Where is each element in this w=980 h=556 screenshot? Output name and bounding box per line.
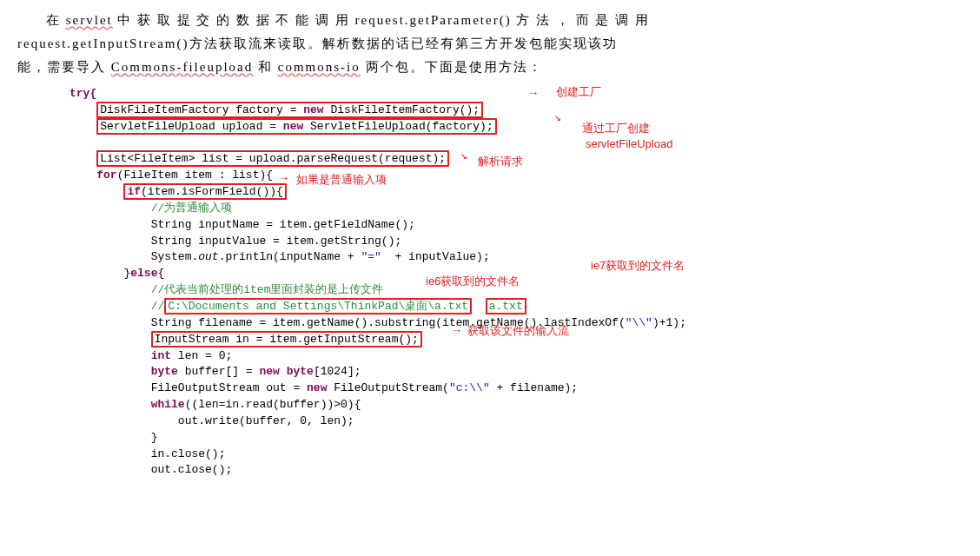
code-line: InputStream in = item.getInputStream(); (70, 332, 963, 348)
text: 能，需要导入 (17, 60, 111, 74)
code-line: FileOutputStream out = new FileOutputStr… (70, 381, 963, 397)
code-block: 创建工厂 → 通过工厂创建 servletFileUpload ↘ 解析请求 ↘… (70, 86, 963, 479)
code-line: while((len=in.read(buffer))>0){ (70, 397, 963, 414)
code-line: List<FileItem> list = upload.parseReques… (70, 151, 963, 168)
code-line: //为普通输入项 (70, 201, 963, 217)
code-line (70, 136, 963, 152)
code-line: DiskFileItemFactory factory = new DiskFi… (70, 103, 963, 119)
code-line: out.write(buffer, 0, len); (70, 414, 963, 430)
code-line: }else{ (70, 266, 963, 282)
keyword-if: if (127, 185, 141, 198)
code-line: } (70, 430, 963, 447)
text: request.getInputStream()方法获取流来读取。解析数据的话已… (17, 36, 618, 50)
code-line: String inputValue = item.getString(); (70, 234, 963, 250)
code-line: String filename = item.getName().substri… (70, 315, 963, 332)
highlighted-code: DiskFileItemFactory factory = new DiskFi… (100, 103, 480, 116)
code-line: byte buffer[] = new byte[1024]; (70, 364, 963, 381)
code-line: try{ (70, 86, 963, 103)
text: 在 (46, 13, 66, 27)
code-line: in.close(); (70, 447, 963, 463)
description-line2: request.getInputStream()方法获取流来读取。解析数据的话已… (17, 32, 963, 56)
code-line: out.close(); (70, 462, 963, 479)
code-line: //代表当前处理的item里面封装的是上传文件 (70, 282, 963, 299)
code-line: if(item.isFormField()){ (70, 184, 963, 201)
highlighted-path: C:\Documents and Settings\ThinkPad\桌面\a.… (164, 298, 472, 314)
description-line3: 能，需要导入 Commons-fileupload 和 commons-io 两… (17, 56, 963, 79)
text: 中 获 取 提 交 的 数 据 不 能 调 用 request.getParam… (113, 13, 650, 27)
term-servlet: servlet (66, 13, 113, 27)
code-line: ServletFileUpload upload = new ServletFi… (70, 119, 963, 136)
code-line: System.out.println(inputName + "=" + inp… (70, 249, 963, 266)
term-commons-fileupload: Commons-fileupload (111, 60, 254, 74)
text: 和 (253, 60, 278, 74)
term-commons-io: commons-io (278, 60, 361, 74)
description-line1: 在 servlet 中 获 取 提 交 的 数 据 不 能 调 用 reques… (17, 9, 963, 32)
code-text: (item.isFormField()){ (141, 185, 283, 198)
code-line: String inputName = item.getFieldName(); (70, 217, 963, 234)
highlighted-code: List<FileItem> list = upload.parseReques… (96, 150, 449, 167)
code-line: for(FileItem item : list){ (70, 168, 963, 184)
highlighted-code: ServletFileUpload upload = new ServletFi… (100, 120, 493, 133)
text: 两个包。下面是使用方法： (361, 60, 543, 74)
code-line: int len = 0; (70, 348, 963, 365)
highlighted-filename: a.txt (486, 298, 526, 314)
code-line: //C:\Documents and Settings\ThinkPad\桌面\… (70, 299, 963, 315)
highlighted-code: InputStream in = item.getInputStream(); (151, 331, 422, 348)
